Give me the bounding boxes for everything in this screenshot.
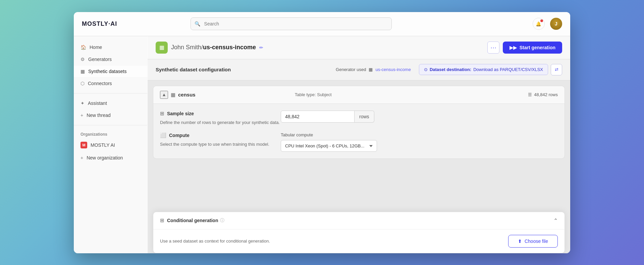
compute-header: ⬜ Compute <box>160 132 281 138</box>
compute-section: ⬜ Compute Select the compute type to use… <box>160 132 558 152</box>
home-icon: 🏠 <box>80 45 86 50</box>
sidebar-item-home[interactable]: 🏠 Home <box>74 42 147 53</box>
info-icon: ⓘ <box>220 217 224 223</box>
rows-label: rows <box>355 111 374 123</box>
sidebar-item-new-org[interactable]: + New organization <box>74 152 147 163</box>
sample-size-section: ⊞ Sample size Define the number of rows … <box>160 111 558 126</box>
census-table-card: ▲ ▦ census Table type: Subject ☰ 48,842 … <box>153 86 565 159</box>
sample-size-icon: ⊞ <box>160 111 164 117</box>
top-bar-right: 🔔 J <box>533 18 562 30</box>
assistant-icon: ✦ <box>80 101 85 106</box>
generator-icon: ▦ <box>369 67 373 72</box>
compute-icon: ⬜ <box>160 132 166 138</box>
header-actions: ⋯ ▶▶ Start generation <box>487 42 562 54</box>
search-icon: 🔍 <box>195 21 200 26</box>
sidebar-divider-2 <box>74 125 147 125</box>
breadcrumb: ▦ John Smith/us-census-income ✏ <box>156 42 487 54</box>
table-card-body: ⊞ Sample size Define the number of rows … <box>153 104 565 159</box>
main-area: 🏠 Home ⚙ Generators ▦ Synthetic datasets… <box>74 36 570 253</box>
compute-desc: Select the compute type to use when trai… <box>160 141 281 148</box>
new-org-icon: + <box>80 155 83 160</box>
sidebar-item-connectors[interactable]: ⬡ Connectors <box>74 78 147 89</box>
avatar-image: J <box>550 18 562 30</box>
sidebar-item-synthetic-datasets[interactable]: ▦ Synthetic datasets <box>74 66 147 77</box>
generators-icon: ⚙ <box>80 57 85 62</box>
page-icon: ▦ <box>156 42 168 54</box>
table-name: census <box>178 92 295 97</box>
config-meta: Generator used ▦ us-census-income <box>336 67 411 72</box>
sample-size-right: rows <box>281 111 558 126</box>
search-bar-container: 🔍 <box>191 17 392 30</box>
sample-size-left: ⊞ Sample size Define the number of rows … <box>160 111 281 126</box>
upload-icon: ⬆ <box>518 239 522 244</box>
row-count: ☰ 48,842 rows <box>528 92 558 97</box>
notification-dot <box>540 19 543 22</box>
sample-size-input[interactable] <box>281 111 355 123</box>
org-badge-mostly-ai: M <box>80 142 87 148</box>
person-icon: ⇄ <box>555 67 558 72</box>
search-input[interactable] <box>191 17 392 30</box>
generator-link[interactable]: us-census-income <box>375 67 411 72</box>
sidebar-item-new-thread[interactable]: + New thread <box>74 110 147 121</box>
notification-button[interactable]: 🔔 <box>533 18 545 30</box>
top-bar: MOSTLY·AI 🔍 🔔 J <box>74 12 570 36</box>
sidebar-item-mostly-ai[interactable]: M MOSTLY AI <box>74 139 147 151</box>
compute-select[interactable]: CPU Intel Xeon (Spot) - 6 CPUs, 12GB... <box>281 140 377 152</box>
sample-size-desc: Define the number of rows to generate fo… <box>160 119 281 126</box>
new-thread-icon: + <box>80 113 83 118</box>
conditional-generation-panel: ⊞ Conditional generation ⓘ ⌃ Use a seed … <box>153 212 565 253</box>
collapse-button[interactable]: ▲ <box>160 91 168 99</box>
config-title: Synthetic dataset configuration <box>156 67 336 72</box>
app-logo: MOSTLY·AI <box>82 20 117 27</box>
config-bar: Synthetic dataset configuration Generato… <box>148 59 570 80</box>
connectors-icon: ⬡ <box>80 81 85 86</box>
more-options-button[interactable]: ⋯ <box>487 42 499 54</box>
cond-gen-icon: ⊞ <box>160 217 164 223</box>
cond-gen-body: Use a seed dataset as context for condit… <box>153 229 565 253</box>
organizations-label: Organizations <box>74 129 147 138</box>
rows-input-wrap: rows <box>281 111 374 123</box>
row-count-icon: ☰ <box>528 92 532 97</box>
sidebar-item-generators[interactable]: ⚙ Generators <box>74 54 147 65</box>
table-type: Table type: Subject <box>295 92 528 97</box>
sidebar-divider-1 <box>74 93 147 93</box>
sample-size-header: ⊞ Sample size <box>160 111 281 117</box>
table-icon: ▦ <box>171 92 175 98</box>
cond-gen-collapse-button[interactable]: ⌃ <box>553 217 558 224</box>
scroll-area[interactable]: ▲ ▦ census Table type: Subject ☰ 48,842 … <box>148 80 570 253</box>
cond-gen-title: Conditional generation <box>167 218 218 223</box>
content-area: ▦ John Smith/us-census-income ✏ ⋯ ▶▶ Sta… <box>148 36 570 253</box>
table-card-header: ▲ ▦ census Table type: Subject ☰ 48,842 … <box>153 86 565 104</box>
edit-icon[interactable]: ✏ <box>259 45 263 50</box>
compute-left: ⬜ Compute Select the compute type to use… <box>160 132 281 152</box>
breadcrumb-user: John Smith/us-census-income <box>171 44 256 51</box>
avatar[interactable]: J <box>550 18 562 30</box>
synthetic-datasets-icon: ▦ <box>80 69 85 74</box>
person-icon-button[interactable]: ⇄ <box>551 64 562 75</box>
sidebar-item-assistant[interactable]: ✦ Assistant <box>74 97 147 109</box>
cond-gen-header: ⊞ Conditional generation ⓘ ⌃ <box>153 212 565 229</box>
sidebar: 🏠 Home ⚙ Generators ▦ Synthetic datasets… <box>74 36 148 253</box>
play-icon: ▶▶ <box>509 45 517 50</box>
dataset-dest-icon: ⊙ <box>424 67 428 72</box>
sample-size-title: Sample size <box>167 111 194 116</box>
cond-gen-desc: Use a seed dataset as context for condit… <box>160 238 508 245</box>
page-header: ▦ John Smith/us-census-income ✏ ⋯ ▶▶ Sta… <box>148 36 570 59</box>
dataset-destination-button[interactable]: ⊙ Dataset destination: Download as PARQU… <box>419 64 548 75</box>
compute-title: Compute <box>169 133 190 138</box>
tabular-compute-label: Tabular compute <box>281 132 377 137</box>
start-generation-button[interactable]: ▶▶ Start generation <box>503 42 562 54</box>
choose-file-button[interactable]: ⬆ Choose file <box>508 235 558 248</box>
compute-right: Tabular compute CPU Intel Xeon (Spot) - … <box>281 132 558 152</box>
